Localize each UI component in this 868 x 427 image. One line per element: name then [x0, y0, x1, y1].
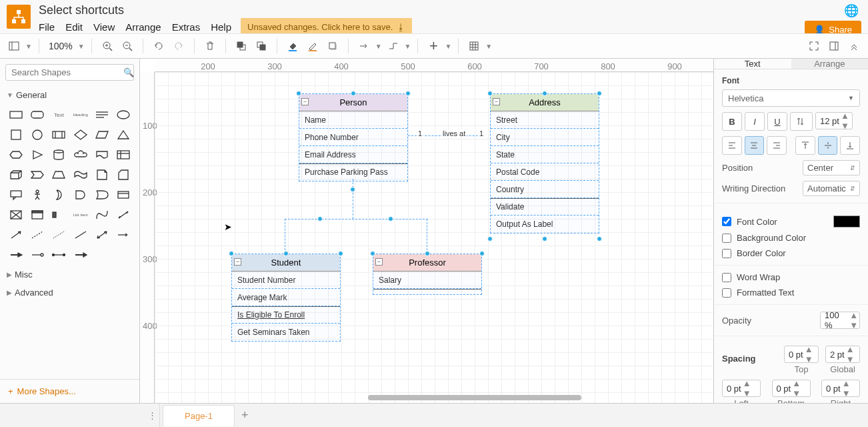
attr-student-number[interactable]: Student Number [232, 272, 340, 289]
menu-extras[interactable]: Extras [172, 21, 201, 33]
chevron-down-icon[interactable]: ▼ [405, 43, 411, 50]
spacing-right-input[interactable]: 0 pt▲▼ [821, 380, 860, 397]
section-misc[interactable]: ▶Misc [0, 266, 139, 284]
bold-button[interactable]: B [722, 112, 742, 131]
horizontal-scrollbar[interactable] [328, 395, 660, 402]
chevron-down-icon[interactable]: ▼ [375, 43, 382, 50]
menu-help[interactable]: Help [211, 21, 231, 33]
edge-label-lives-at[interactable]: lives at [441, 129, 467, 137]
valign-bottom-button[interactable] [840, 136, 860, 155]
shape-conn1[interactable] [28, 247, 47, 263]
sidebar-toggle-icon[interactable] [5, 37, 23, 55]
attr-avg-mark[interactable]: Average Mark [232, 289, 340, 306]
italic-button[interactable]: I [745, 112, 765, 131]
word-wrap-checkbox[interactable] [722, 273, 731, 282]
font-size-input[interactable]: 12 pt▲▼ [815, 112, 853, 129]
insert-icon[interactable]: + [425, 37, 442, 55]
spacing-left-input[interactable]: 0 pt▲▼ [722, 380, 761, 397]
shape-square[interactable] [7, 127, 25, 143]
spacing-top-input[interactable]: 0 pt▲▼ [784, 346, 819, 363]
shape-rect[interactable] [7, 107, 25, 123]
shape-datastore[interactable] [114, 187, 133, 203]
shape-moon[interactable] [49, 187, 68, 203]
diagram-canvas[interactable]: lives at 1 1 −Person Name Phone Number E… [155, 72, 713, 403]
shape-rounded[interactable] [28, 107, 47, 123]
shape-circle[interactable] [28, 127, 47, 143]
shape-triangle[interactable] [114, 127, 133, 143]
position-select[interactable]: Center⇵ [803, 160, 860, 175]
add-page-button[interactable]: + [241, 408, 249, 422]
shape-cube[interactable] [7, 167, 25, 183]
language-icon[interactable]: 🌐 [844, 3, 859, 18]
shape-bidir-arrow[interactable] [114, 207, 133, 223]
shape-callout[interactable] [7, 187, 25, 203]
bg-color-checkbox[interactable] [722, 234, 731, 243]
shape-document[interactable] [93, 147, 111, 163]
align-center-button[interactable] [745, 136, 765, 155]
entity-person[interactable]: −Person Name Phone Number Email Address … [299, 93, 408, 181]
border-color-checkbox[interactable] [722, 249, 731, 258]
shape-dashed[interactable] [28, 227, 47, 243]
shape-and[interactable] [71, 187, 89, 203]
delete-icon[interactable] [201, 37, 219, 55]
section-advanced[interactable]: ▶Advanced [0, 284, 139, 302]
collapse-icon[interactable]: − [301, 98, 309, 105]
shape-listitem[interactable]: List item [71, 207, 89, 223]
collapse-icon[interactable] [845, 37, 863, 55]
shape-conn3[interactable] [71, 247, 89, 263]
vertical-text-button[interactable] [790, 112, 813, 131]
spacing-global-input[interactable]: 2 pt▲▼ [825, 346, 860, 363]
method-eligible-enroll[interactable]: Is Eligible To Enroll [232, 306, 340, 324]
shape-ellipse[interactable] [114, 107, 133, 123]
writing-direction-select[interactable]: Automatic⇵ [803, 181, 860, 196]
attr-postal[interactable]: Postal Code [491, 163, 599, 181]
line-color-icon[interactable] [304, 37, 321, 55]
shape-hexagon[interactable] [7, 147, 25, 163]
menu-file[interactable]: File [39, 21, 55, 33]
fill-color-icon[interactable] [284, 37, 301, 55]
shadow-icon[interactable] [324, 37, 341, 55]
attr-state[interactable]: State [491, 146, 599, 163]
shape-dotted[interactable] [49, 227, 68, 243]
entity-address[interactable]: −Address Street City State Postal Code C… [490, 93, 599, 234]
shape-cylinder[interactable] [49, 147, 68, 163]
opacity-input[interactable]: 100 %▲▼ [820, 312, 860, 329]
document-title[interactable]: Select shortcuts [39, 3, 231, 19]
method-output-label[interactable]: Output As Label [491, 216, 599, 233]
shape-cloud[interactable] [71, 147, 89, 163]
shape-or[interactable] [93, 187, 111, 203]
shape-step[interactable] [28, 167, 47, 183]
shape-bidir[interactable] [93, 227, 111, 243]
shape-thin-arrow[interactable] [114, 227, 133, 243]
shape-process[interactable] [49, 127, 68, 143]
tab-arrange[interactable]: Arrange [791, 59, 869, 69]
shape-heading[interactable]: Heading [71, 107, 89, 123]
menu-arrange[interactable]: Arrange [125, 21, 161, 33]
align-right-button[interactable] [767, 136, 787, 155]
entity-professor[interactable]: −Professor Salary [373, 254, 482, 295]
chevron-down-icon[interactable]: ▼ [25, 43, 32, 50]
font-color-swatch[interactable] [833, 216, 860, 228]
attr-name[interactable]: Name [299, 111, 407, 129]
app-logo[interactable] [7, 5, 31, 29]
shape-conn2[interactable] [49, 247, 68, 263]
attr-country[interactable]: Country [491, 181, 599, 198]
formatted-text-checkbox[interactable] [722, 288, 731, 298]
chevron-down-icon[interactable]: ▼ [78, 43, 85, 50]
entity-student[interactable]: −Student Student Number Average Mark Is … [231, 254, 341, 342]
zoom-out-icon[interactable] [119, 37, 136, 55]
underline-button[interactable]: U [767, 112, 787, 131]
zoom-level[interactable]: 100% [46, 41, 75, 51]
collapse-icon[interactable]: − [375, 258, 383, 266]
attr-city[interactable]: City [491, 129, 599, 146]
zoom-in-icon[interactable] [99, 37, 116, 55]
format-panel-icon[interactable] [825, 37, 843, 55]
shape-curve[interactable] [93, 207, 111, 223]
undo-icon[interactable] [150, 37, 167, 55]
method-get-seminars[interactable]: Get Seminars Taken [232, 324, 340, 341]
shape-internal[interactable] [114, 147, 133, 163]
page-options-icon[interactable]: ⋮ [145, 404, 160, 428]
shape-tape[interactable] [71, 167, 89, 183]
shape-frame[interactable] [28, 207, 47, 223]
scrollbar-thumb[interactable] [368, 395, 581, 400]
